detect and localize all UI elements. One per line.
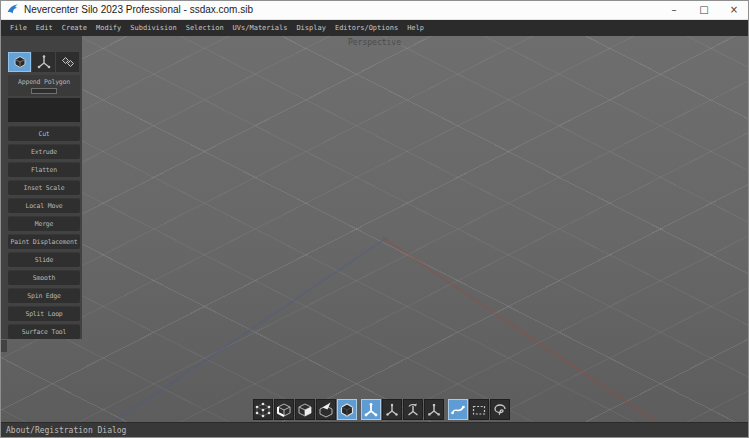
selection-style-group (448, 399, 510, 420)
vertex-mode-icon (255, 402, 271, 418)
face-mode-button[interactable] (295, 399, 315, 420)
tool-button-list: Cut Extrude Flatten Inset Scale Local Mo… (8, 126, 80, 339)
slide-button[interactable]: Slide (8, 252, 80, 267)
pressed-button-block[interactable] (8, 98, 80, 122)
tab-manipulator-tools[interactable] (32, 52, 55, 72)
app-logo-icon (6, 3, 19, 16)
face-mode-icon (297, 402, 313, 418)
window-title: Nevercenter Silo 2023 Professional - ssd… (24, 4, 253, 15)
object-mode-icon (339, 402, 355, 418)
edge-mode-icon (276, 402, 292, 418)
menu-item-display[interactable]: Display (296, 20, 326, 36)
diamonds-icon (60, 54, 76, 70)
menu-item-edit[interactable]: Edit (36, 20, 53, 36)
object-mode-button[interactable] (337, 399, 357, 420)
rotate-tool-icon (405, 402, 421, 418)
move-tool-button[interactable] (382, 399, 402, 420)
merge-button[interactable]: Merge (8, 216, 80, 231)
edge-mode-button[interactable] (274, 399, 294, 420)
menu-item-create[interactable]: Create (62, 20, 87, 36)
tab-modeling-tools[interactable] (8, 52, 31, 72)
perspective-grid (0, 36, 749, 422)
manipulator-tool-button[interactable] (361, 399, 381, 420)
surface-tool-button[interactable]: Surface Tool (8, 324, 80, 339)
bottom-toolbar (253, 399, 510, 420)
tab-uv-tools[interactable] (56, 52, 79, 72)
local-move-button[interactable]: Local Move (8, 198, 80, 213)
menu-item-selection[interactable]: Selection (186, 20, 224, 36)
vertex-mode-button[interactable] (253, 399, 273, 420)
status-text: About/Registration Dialog (6, 426, 126, 435)
lasso-select-icon (492, 402, 508, 418)
maximize-button[interactable]: □ (689, 0, 719, 19)
smooth-button[interactable]: Smooth (8, 270, 80, 285)
inset-scale-button[interactable]: Inset Scale (8, 180, 80, 195)
menu-bar: File Edit Create Modify Subdivision Sele… (0, 20, 749, 36)
menu-item-uvs-materials[interactable]: UVs/Materials (233, 20, 288, 36)
tool-panel: Append Polygon Cut Extrude Flatten Inset… (0, 36, 82, 339)
menu-item-file[interactable]: File (10, 20, 27, 36)
panel-edge-strip (0, 340, 7, 352)
menu-item-editors-options[interactable]: Editors/Options (335, 20, 398, 36)
paint-displacement-button[interactable]: Paint Displacement (8, 234, 80, 249)
move-tool-icon (384, 402, 400, 418)
paint-select-button[interactable] (448, 399, 468, 420)
area-select-button[interactable] (469, 399, 489, 420)
selection-mode-group (253, 399, 357, 420)
polygon-gem-icon (12, 54, 28, 70)
paint-select-icon (450, 402, 466, 418)
status-bar: About/Registration Dialog (0, 422, 749, 438)
menu-item-subdivision[interactable]: Subdivision (130, 20, 176, 36)
tool-group (361, 399, 444, 420)
append-polygon-label: Append Polygon (18, 78, 70, 86)
axis-jack-icon (36, 54, 52, 70)
menu-item-modify[interactable]: Modify (96, 20, 121, 36)
cut-button[interactable]: Cut (8, 126, 80, 141)
append-polygon-button[interactable]: Append Polygon (8, 75, 80, 96)
scale-tool-icon (426, 402, 442, 418)
multiselect-mode-button[interactable] (316, 399, 336, 420)
window-controls: – □ × (659, 0, 749, 19)
split-loop-button[interactable]: Split Loop (8, 306, 80, 321)
menu-item-help[interactable]: Help (407, 20, 424, 36)
rotate-tool-button[interactable] (403, 399, 423, 420)
append-polygon-expander (31, 88, 57, 94)
flatten-button[interactable]: Flatten (8, 162, 80, 177)
spin-edge-button[interactable]: Spin Edge (8, 288, 80, 303)
minimize-button[interactable]: – (659, 0, 689, 19)
extrude-button[interactable]: Extrude (8, 144, 80, 159)
tool-panel-tabs (8, 52, 80, 72)
title-bar: Nevercenter Silo 2023 Professional - ssd… (0, 0, 749, 20)
area-select-icon (471, 402, 487, 418)
close-button[interactable]: × (719, 0, 749, 19)
viewport-3d[interactable]: Perspective (0, 36, 749, 422)
camera-label: Perspective (0, 38, 749, 47)
manipulator-tool-icon (363, 402, 379, 418)
lasso-select-button[interactable] (490, 399, 510, 420)
multiselect-mode-icon (318, 402, 334, 418)
scale-tool-button[interactable] (424, 399, 444, 420)
